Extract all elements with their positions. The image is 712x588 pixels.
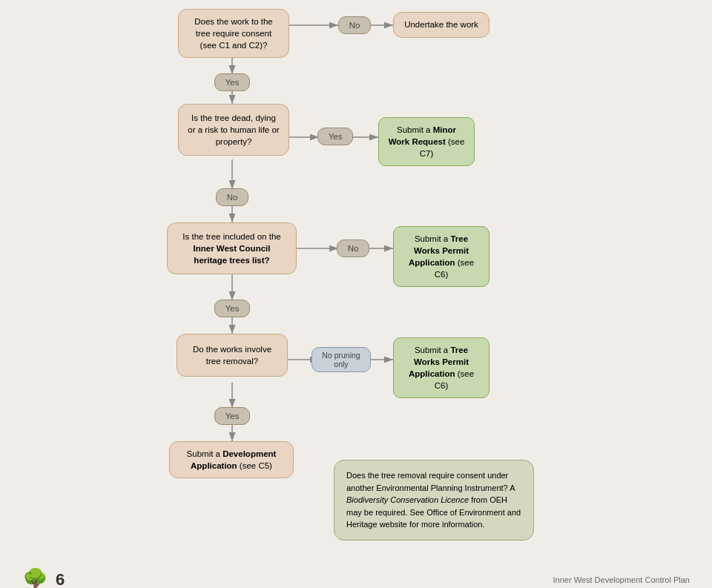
footer-tree-icon: 🌳 <box>22 567 48 588</box>
undertake-text: Undertake the work <box>404 19 478 30</box>
yes1-label: Yes <box>216 74 248 90</box>
yes3-label: Yes <box>216 300 248 317</box>
question2-node: Is the tree dead, dying or a risk to hum… <box>178 104 289 156</box>
question3-text: Is the tree included on the Inner West C… <box>177 231 287 266</box>
question4-node: Do the works involve tree removal? <box>177 334 288 377</box>
yes4-text: Yes <box>214 407 251 425</box>
no2-label: No <box>216 189 248 205</box>
question1-node: Does the work to the tree require consen… <box>178 9 289 58</box>
info-box-text: Does the tree removal require consent un… <box>346 471 521 529</box>
tree-permit2-text: Submit a Tree Works Permit Application (… <box>403 344 480 392</box>
yes4-label: Yes <box>216 408 248 424</box>
question1-text: Does the work to the tree require consen… <box>188 16 280 51</box>
no2-text: No <box>216 188 249 206</box>
yes1-text: Yes <box>214 73 251 91</box>
minor-work-text: Submit a Minor Work Request (see C7) <box>388 124 465 159</box>
footer-page: 🌳 6 <box>22 567 65 588</box>
no3-label: No <box>338 240 368 257</box>
question3-node: Is the tree included on the Inner West C… <box>167 222 297 274</box>
no4-text: No pruning only <box>312 347 371 372</box>
flowchart: Does the work to the tree require consen… <box>0 7 712 588</box>
yes3-text: Yes <box>214 300 251 317</box>
tree-permit1-node: Submit a Tree Works Permit Application (… <box>393 226 490 287</box>
no4-label: No pruning only <box>312 348 371 371</box>
dev-app-text: Submit a Development Application (see C5… <box>179 448 284 472</box>
footer-title: Inner West Development Control Plan <box>553 575 690 584</box>
no3-text: No <box>337 240 370 257</box>
page: Does the work to the tree require consen… <box>0 0 712 588</box>
yes2-text: Yes <box>317 128 354 145</box>
no1-label: No <box>338 16 371 34</box>
footer: 🌳 6 Inner West Development Control Plan <box>0 567 712 588</box>
no1-text: No <box>338 16 372 34</box>
dev-app-node: Submit a Development Application (see C5… <box>169 441 294 478</box>
question4-text: Do the works involve tree removal? <box>186 343 278 367</box>
undertake-node: Undertake the work <box>393 12 490 38</box>
yes2-label: Yes <box>319 128 352 145</box>
info-box: Does the tree removal require consent un… <box>334 460 534 541</box>
tree-permit1-text: Submit a Tree Works Permit Application (… <box>403 233 480 280</box>
minor-work-node: Submit a Minor Work Request (see C7) <box>378 117 475 166</box>
tree-permit2-node: Submit a Tree Works Permit Application (… <box>393 337 490 398</box>
page-number: 6 <box>56 570 65 589</box>
question2-text: Is the tree dead, dying or a risk to hum… <box>188 112 280 148</box>
